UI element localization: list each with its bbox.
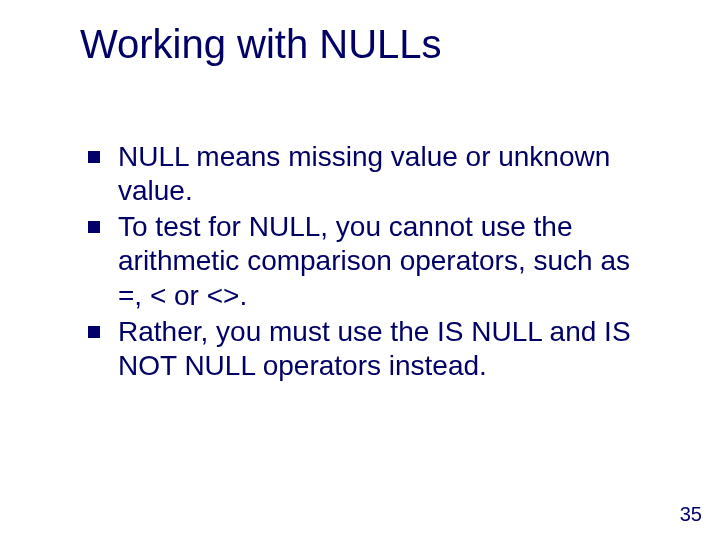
bullet-text: Rather, you must use the IS NULL and IS … bbox=[118, 316, 631, 381]
list-item: Rather, you must use the IS NULL and IS … bbox=[84, 315, 660, 383]
bullet-text: To test for NULL, you cannot use the ari… bbox=[118, 211, 630, 310]
list-item: NULL means missing value or unknown valu… bbox=[84, 140, 660, 208]
slide: Working with NULLs NULL means missing va… bbox=[0, 0, 720, 540]
list-item: To test for NULL, you cannot use the ari… bbox=[84, 210, 660, 312]
slide-body: NULL means missing value or unknown valu… bbox=[84, 140, 660, 385]
slide-title: Working with NULLs bbox=[80, 22, 442, 67]
bullet-list: NULL means missing value or unknown valu… bbox=[84, 140, 660, 383]
bullet-text: NULL means missing value or unknown valu… bbox=[118, 141, 610, 206]
page-number: 35 bbox=[680, 503, 702, 526]
